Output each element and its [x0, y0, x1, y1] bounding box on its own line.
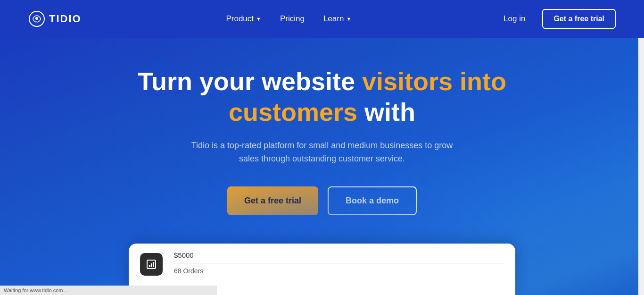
hero-section: Turn your website visitors into customer… — [0, 38, 644, 295]
status-bar: Waiting for www.tidio.com... — [0, 286, 217, 295]
login-button[interactable]: Log in — [496, 10, 533, 27]
tidio-logo-icon — [28, 10, 45, 27]
svg-point-1 — [35, 17, 38, 20]
chevron-down-icon: ▼ — [346, 16, 351, 22]
chevron-down-icon: ▼ — [256, 16, 261, 22]
dashboard-icon-box — [140, 253, 163, 276]
logo[interactable]: TIDIO — [28, 10, 82, 27]
brand-name: TIDIO — [49, 13, 82, 25]
status-text: Waiting for www.tidio.com... — [4, 287, 67, 293]
nav-item-learn[interactable]: Learn ▼ — [316, 10, 359, 27]
navbar: TIDIO Product ▼ Pricing Learn ▼ Log in G… — [0, 0, 644, 38]
hero-demo-button[interactable]: Book a demo — [328, 186, 417, 215]
dashboard-divider — [174, 263, 504, 263]
nav-item-product[interactable]: Product ▼ — [218, 10, 268, 27]
nav-links: Product ▼ Pricing Learn ▼ — [218, 10, 359, 27]
dashboard-orders: 68 Orders — [174, 267, 504, 275]
hero-subtitle: Tidio is a top-rated platform for small … — [190, 139, 454, 166]
hero-title: Turn your website visitors into customer… — [119, 66, 525, 127]
hero-trial-button[interactable]: Get a free trial — [227, 186, 318, 215]
dashboard-amount: $5000 — [174, 251, 504, 259]
scrollbar[interactable] — [638, 0, 644, 295]
dashboard-content: $5000 68 Orders — [163, 251, 504, 275]
svg-rect-5 — [153, 262, 154, 267]
hero-buttons: Get a free trial Book a demo — [227, 186, 417, 215]
nav-actions: Log in Get a free trial — [496, 9, 616, 29]
chart-icon — [146, 259, 157, 270]
nav-trial-button[interactable]: Get a free trial — [542, 9, 616, 29]
svg-rect-4 — [151, 263, 152, 267]
svg-rect-3 — [149, 265, 150, 267]
nav-item-pricing[interactable]: Pricing — [272, 10, 312, 27]
